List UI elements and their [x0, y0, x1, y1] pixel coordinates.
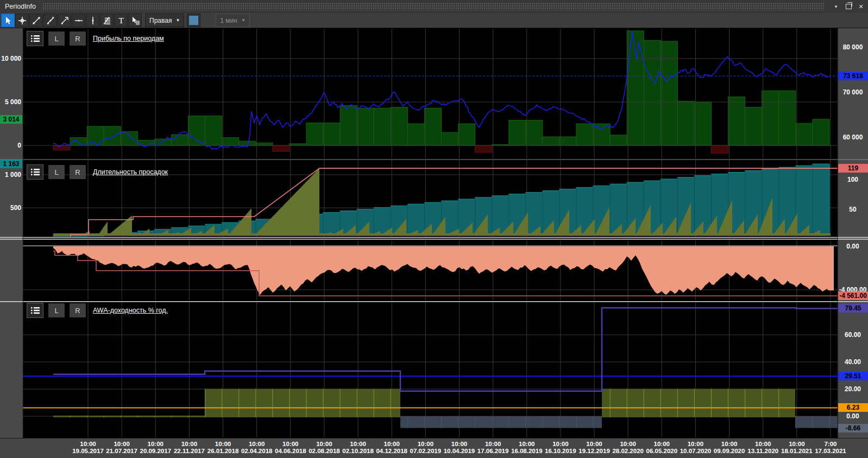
- awa-yield-step-line: [53, 308, 838, 391]
- panel-menu-button[interactable]: [27, 164, 43, 180]
- equity-line: [53, 31, 831, 149]
- panel-3-plot: [23, 302, 838, 437]
- panel-title-dd-duration[interactable]: Длительность просадок: [93, 168, 168, 176]
- panel-title-profit[interactable]: Прибыль по периодам: [93, 35, 164, 42]
- list-menu-icon: [30, 168, 40, 176]
- panel-menu-button[interactable]: [27, 31, 43, 46]
- application-window: PeriodInfo ▾ ✕ T: [0, 0, 868, 458]
- right-axis-button[interactable]: R: [70, 31, 86, 46]
- list-menu-icon: [30, 306, 40, 315]
- list-menu-icon: [30, 34, 40, 43]
- panel-header-awa: L R AWA-доходность % год.: [27, 303, 168, 318]
- panel-2-plot: [23, 240, 838, 300]
- panel-title-awa[interactable]: AWA-доходность % год.: [93, 307, 168, 314]
- left-axis-button[interactable]: L: [48, 303, 65, 317]
- left-axis-button[interactable]: L: [48, 165, 65, 179]
- right-axis-button[interactable]: R: [70, 303, 86, 317]
- chart-canvas[interactable]: [0, 0, 868, 458]
- panel-header-dd-duration: L R Длительность просадок: [27, 164, 168, 180]
- panel-menu-button[interactable]: [27, 303, 43, 318]
- right-axis-button[interactable]: R: [70, 165, 86, 179]
- panel-0-plot: [23, 29, 838, 158]
- panel-header-profit: L R Прибыль по периодам: [27, 31, 164, 46]
- left-axis-button[interactable]: L: [48, 31, 65, 46]
